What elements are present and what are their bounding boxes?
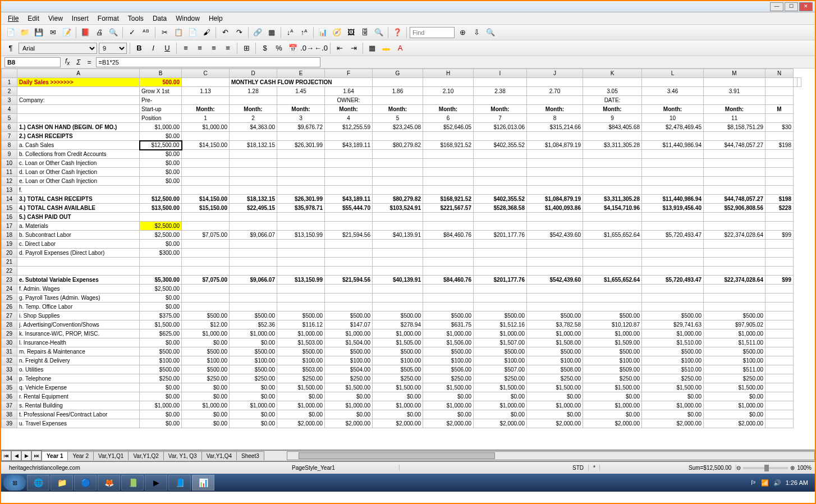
cell-E12[interactable] <box>277 177 325 186</box>
cell-D31[interactable]: $500.00 <box>230 347 277 356</box>
cell-F30[interactable]: $1,504.00 <box>325 338 373 347</box>
cell-B10[interactable]: $0.00 <box>140 159 182 168</box>
cell-M29[interactable]: $1,000.00 <box>704 329 765 338</box>
cell-K9[interactable] <box>583 150 642 159</box>
cell-I31[interactable]: $500.00 <box>474 347 527 356</box>
cell-I19[interactable] <box>474 240 527 249</box>
cell-M19[interactable] <box>704 240 765 249</box>
cell-H39[interactable]: $2,000.00 <box>423 419 474 428</box>
cell-G31[interactable]: $500.00 <box>373 347 423 356</box>
cell-G5[interactable]: 5 <box>373 114 423 123</box>
cell-D28[interactable]: $52.36 <box>230 320 277 329</box>
cell-M3[interactable] <box>704 96 765 105</box>
row-header-1[interactable]: 1 <box>2 78 17 87</box>
row-header-5[interactable]: 5 <box>2 114 17 123</box>
new-icon[interactable]: 📄 <box>4 26 17 39</box>
cell-N25[interactable] <box>765 294 794 303</box>
indent-inc-icon[interactable]: ⇥ <box>347 42 360 54</box>
cell-D21[interactable] <box>230 258 277 267</box>
cell-A6[interactable]: 1.) CASH ON HAND (BEGIN. OF MO.) <box>17 123 140 132</box>
cell-H38[interactable]: $0.00 <box>423 410 474 419</box>
task-firefox-icon[interactable]: 🦊 <box>98 475 120 491</box>
row-header-21[interactable]: 21 <box>2 258 17 267</box>
cell-N39[interactable] <box>765 419 794 428</box>
row-header-25[interactable]: 25 <box>2 294 17 303</box>
cell-I34[interactable]: $250.00 <box>474 374 527 383</box>
menu-edit[interactable]: Edit <box>23 13 44 24</box>
cell-K5[interactable]: 9 <box>583 114 642 123</box>
cell-F36[interactable]: $0.00 <box>325 392 373 401</box>
cell-N33[interactable] <box>765 365 794 374</box>
cell-J3[interactable] <box>527 96 583 105</box>
cell-G4[interactable]: Month: <box>373 105 423 114</box>
cell-C25[interactable] <box>182 294 230 303</box>
cell-D1[interactable]: MONTHLY CASH FLOW PROJECTION <box>230 78 373 87</box>
col-header-L[interactable]: L <box>642 69 704 78</box>
cell-I28[interactable]: $1,512.16 <box>474 320 527 329</box>
zoom-in-icon[interactable]: ⊕ <box>790 465 795 471</box>
cell-D7[interactable] <box>230 132 277 141</box>
cell-C7[interactable] <box>182 132 230 141</box>
cell-N16[interactable] <box>765 213 794 222</box>
cell-A39[interactable]: u. Travel Expenses <box>17 419 140 428</box>
cell-C12[interactable] <box>182 177 230 186</box>
cell-J2[interactable]: 2.70 <box>527 87 583 96</box>
row-header-26[interactable]: 26 <box>2 303 17 311</box>
cell-M13[interactable] <box>704 186 765 195</box>
row-header-39[interactable]: 39 <box>2 419 17 428</box>
cell-L35[interactable]: $1,500.00 <box>642 383 704 392</box>
cell-G7[interactable] <box>373 132 423 141</box>
cell-A19[interactable]: c. Direct Labor <box>17 240 140 249</box>
cell-H7[interactable] <box>423 132 474 141</box>
cell-I9[interactable] <box>474 150 527 159</box>
cell-K19[interactable] <box>583 240 642 249</box>
cell-J10[interactable] <box>527 159 583 168</box>
cut-icon[interactable]: ✂ <box>158 26 171 39</box>
cell-B17[interactable]: $2,500.00 <box>140 222 182 231</box>
save-icon[interactable]: 💾 <box>33 26 45 39</box>
percent-icon[interactable]: % <box>273 42 285 54</box>
cell-B3[interactable]: Pre- <box>140 96 182 105</box>
task-media-icon[interactable]: ▶ <box>145 475 167 491</box>
cell-D2[interactable]: 1.28 <box>230 87 277 96</box>
cell-H10[interactable] <box>423 159 474 168</box>
cell-J32[interactable]: $100.00 <box>527 356 583 365</box>
cell-N30[interactable] <box>765 338 794 347</box>
cell-K11[interactable] <box>583 168 642 177</box>
cell-H16[interactable] <box>423 213 474 222</box>
cell-F16[interactable] <box>325 213 373 222</box>
cell-C29[interactable]: $1,000.00 <box>182 329 230 338</box>
cell-M2[interactable]: 3.91 <box>704 87 765 96</box>
cell-J20[interactable] <box>527 249 583 258</box>
cell-D19[interactable] <box>230 240 277 249</box>
cell-D39[interactable]: $0.00 <box>230 419 277 428</box>
cell-A14[interactable]: 3.) TOTAL CASH RECEIPTS <box>17 195 140 204</box>
cell-C14[interactable]: $14,150.00 <box>182 195 230 204</box>
cell-D11[interactable] <box>230 168 277 177</box>
cell-M14[interactable]: $44,748,057.27 <box>704 195 765 204</box>
cell-A7[interactable]: 2.) CASH RECEIPTS <box>17 132 140 141</box>
cell-B4[interactable]: Start-up <box>140 105 182 114</box>
cell-G11[interactable] <box>373 168 423 177</box>
cell-M27[interactable]: $500.00 <box>704 311 765 320</box>
cell-J4[interactable]: Month: <box>527 105 583 114</box>
cell-J23[interactable]: $542,439.60 <box>527 276 583 285</box>
cell-K6[interactable]: $843,405.68 <box>583 123 642 132</box>
cell-H11[interactable] <box>423 168 474 177</box>
cell-J7[interactable] <box>527 132 583 141</box>
row-header-15[interactable]: 15 <box>2 204 17 213</box>
cell-I23[interactable]: $201,177.76 <box>474 276 527 285</box>
cell-J1[interactable] <box>642 78 704 87</box>
cell-J18[interactable]: $542,439.60 <box>527 231 583 240</box>
cell-L9[interactable] <box>642 150 704 159</box>
cell-L16[interactable] <box>642 213 704 222</box>
cell-G13[interactable] <box>373 186 423 195</box>
cell-H36[interactable]: $0.00 <box>423 392 474 401</box>
cell-L36[interactable]: $0.00 <box>642 392 704 401</box>
task-doc-icon[interactable]: 📘 <box>168 475 191 491</box>
cell-H25[interactable] <box>423 294 474 303</box>
cell-B12[interactable]: $0.00 <box>140 177 182 186</box>
close-button[interactable]: ✕ <box>799 2 813 11</box>
cell-A5[interactable] <box>17 114 140 123</box>
cell-D37[interactable]: $1,000.00 <box>230 401 277 410</box>
